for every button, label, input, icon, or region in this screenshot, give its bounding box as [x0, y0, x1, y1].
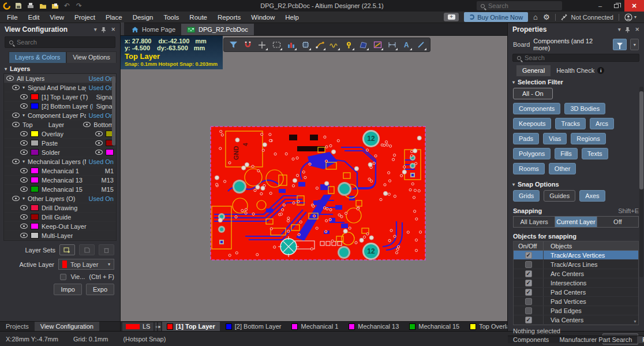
- visibility-eye-icon[interactable]: [20, 205, 28, 210]
- add-layer-set-button[interactable]: [59, 244, 75, 255]
- polygon-pour-icon[interactable]: [357, 39, 369, 51]
- panel-close-icon[interactable]: ✕: [635, 27, 639, 32]
- panel-dropdown-icon[interactable]: ▾: [94, 27, 97, 32]
- export-button[interactable]: Expo: [86, 284, 114, 295]
- filter-rooms-button[interactable]: Rooms: [513, 163, 545, 174]
- redo-icon[interactable]: ↷: [75, 2, 83, 10]
- move-crosshair-icon[interactable]: [256, 39, 268, 51]
- snap-grids-button[interactable]: Grids: [513, 190, 540, 202]
- snap-object-row[interactable]: Pad Edges: [514, 306, 638, 315]
- pair-row-overlay[interactable]: Overlay: [4, 129, 116, 139]
- delete-layer-set-button[interactable]: [99, 244, 114, 255]
- layer-color-swatch[interactable]: [31, 177, 39, 183]
- interactive-route-icon[interactable]: [313, 39, 326, 51]
- properties-search[interactable]: [512, 54, 639, 62]
- visibility-eye-icon[interactable]: [20, 214, 28, 219]
- layer-tab-mech13[interactable]: Mechanical 13: [344, 322, 403, 332]
- snap-object-row[interactable]: Arc Centers: [514, 269, 638, 278]
- layer-color-swatch[interactable]: [31, 232, 39, 239]
- layer-tab-mech1[interactable]: Mechanical 1: [287, 322, 343, 332]
- visibility-eye-icon[interactable]: [95, 140, 103, 146]
- tab-components-panel[interactable]: Components: [508, 336, 554, 343]
- filter-regions-button[interactable]: Regions: [571, 133, 605, 144]
- home-icon[interactable]: ⌂: [533, 13, 538, 21]
- layer-row-keepout[interactable]: Keep-Out Layer: [4, 222, 116, 231]
- pin-icon[interactable]: [625, 27, 630, 33]
- visibility-eye-icon[interactable]: [20, 187, 28, 192]
- panel-close-icon[interactable]: ✕: [111, 27, 115, 32]
- magnet-snapping-icon[interactable]: [241, 39, 254, 51]
- layer-row-mech1[interactable]: Mechanical 1 M1: [4, 166, 116, 176]
- visibility-eye-icon[interactable]: [12, 159, 20, 164]
- layer-tab-top[interactable]: [1] Top Layer: [162, 322, 220, 332]
- filter-keepouts-button[interactable]: Keepouts: [513, 118, 551, 129]
- visibility-eye-icon[interactable]: [20, 224, 28, 229]
- import-button[interactable]: Impo: [54, 284, 81, 295]
- filter-icon[interactable]: [227, 39, 239, 51]
- place-line-icon[interactable]: [414, 39, 427, 51]
- checkbox[interactable]: [525, 289, 532, 296]
- filter-vias-button[interactable]: Vias: [543, 133, 567, 144]
- open-document-icon[interactable]: [51, 2, 59, 10]
- properties-search-input[interactable]: [525, 54, 635, 61]
- visibility-eye-icon[interactable]: [20, 177, 28, 183]
- scrollbar-thumb[interactable]: [639, 91, 643, 189]
- user-menu[interactable]: ▾: [624, 13, 636, 21]
- layers-search[interactable]: [5, 36, 115, 48]
- visibility-eye-icon[interactable]: [12, 113, 20, 118]
- menu-place[interactable]: Place: [100, 13, 128, 21]
- tab-layers-colors[interactable]: Layers & Colors: [9, 51, 66, 63]
- collapse-icon[interactable]: ▾: [23, 196, 25, 201]
- snap-object-row[interactable]: Pad Centers: [514, 288, 638, 297]
- visibility-eye-icon[interactable]: [20, 168, 28, 173]
- snap-object-row[interactable]: Track/Arcs Lines: [514, 260, 638, 269]
- layer-color-swatch[interactable]: [31, 186, 39, 192]
- layer-row-bottom[interactable]: [2] Bottom Layer (B) Signal: [4, 102, 116, 111]
- menu-design[interactable]: Design: [128, 13, 159, 21]
- pcb-canvas[interactable]: x: 27.800dx:-42.100mm y: -4.500dy:-63.50…: [121, 36, 507, 321]
- snap-guides-button[interactable]: Guides: [544, 190, 575, 202]
- snapping-all-layers-option[interactable]: All Layers: [514, 217, 555, 227]
- visibility-eye-icon[interactable]: [20, 150, 28, 155]
- visibility-eye-icon[interactable]: [12, 196, 20, 201]
- region-icon[interactable]: [371, 39, 384, 51]
- checkbox[interactable]: [525, 298, 532, 305]
- menu-tools[interactable]: Tools: [158, 13, 184, 21]
- top-color-swatch[interactable]: [31, 149, 39, 155]
- select-area-icon[interactable]: [270, 39, 283, 51]
- layer-group-mechanical[interactable]: ▾ Mechanical Layers (M) Used On: [4, 157, 116, 166]
- length-tuning-icon[interactable]: [328, 39, 340, 51]
- layer-color-swatch[interactable]: [31, 94, 39, 100]
- layer-group-pairs[interactable]: ▾ Component Layer Pairs (C) Used On: [4, 111, 116, 120]
- layer-tab-bottom[interactable]: [2] Bottom Layer: [221, 322, 286, 332]
- top-color-swatch[interactable]: [31, 131, 39, 137]
- filter-texts-button[interactable]: Texts: [582, 148, 608, 159]
- properties-scrollbar[interactable]: [639, 87, 643, 277]
- tab-view-options[interactable]: View Options: [66, 51, 117, 63]
- tab-health-check[interactable]: Health Check i: [551, 65, 610, 76]
- filter-all-on-button[interactable]: All - On: [513, 88, 553, 99]
- tab-manufacturer-part-search[interactable]: Manufacturer Part Search: [554, 336, 637, 343]
- place-component-icon[interactable]: [299, 39, 312, 51]
- snap-object-row[interactable]: Track/Arcs Vertices: [514, 251, 638, 260]
- save-layer-set-button[interactable]: [79, 244, 95, 255]
- menu-window[interactable]: Window: [246, 13, 280, 21]
- dimension-icon[interactable]: [385, 39, 398, 51]
- close-button[interactable]: ✕: [624, 0, 644, 12]
- checkbox[interactable]: [525, 317, 532, 323]
- visibility-eye-icon[interactable]: [12, 85, 20, 90]
- visibility-eye-icon[interactable]: [20, 103, 28, 109]
- menu-route[interactable]: Route: [184, 13, 212, 21]
- collapse-icon[interactable]: ▾: [5, 66, 7, 72]
- checkbox[interactable]: [525, 307, 532, 314]
- snapping-off-option[interactable]: Off: [597, 217, 638, 227]
- pad-stack-icon[interactable]: [284, 39, 297, 51]
- layer-color-swatch[interactable]: [31, 214, 39, 220]
- layer-row-multilayer[interactable]: Multi-Layer: [4, 231, 116, 240]
- panel-dropdown-icon[interactable]: ▾: [618, 27, 621, 32]
- undo-icon[interactable]: ↶: [63, 2, 71, 10]
- visibility-eye-icon[interactable]: [20, 131, 28, 136]
- checkbox[interactable]: [525, 280, 532, 287]
- gear-icon[interactable]: ⚙: [543, 13, 550, 21]
- global-search[interactable]: [477, 1, 562, 10]
